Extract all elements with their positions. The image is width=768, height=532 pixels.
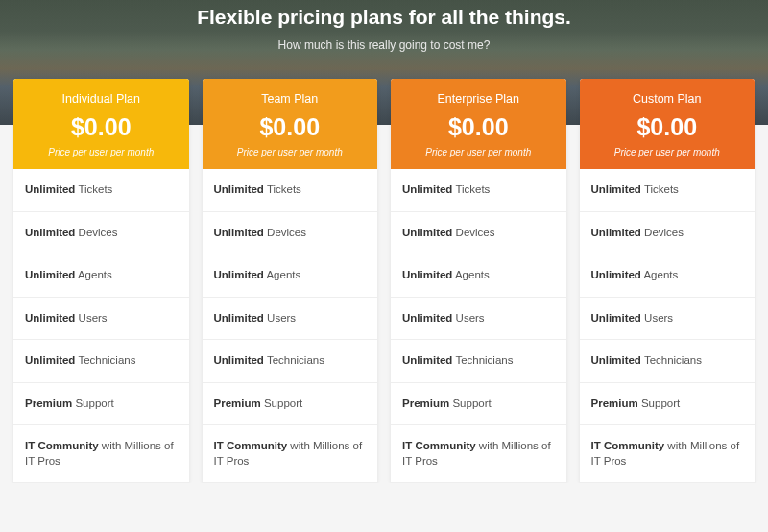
plan-price: $0.00 — [21, 113, 181, 141]
plan-feature-item: Unlimited Users — [203, 298, 378, 341]
feature-rest: Tickets — [75, 183, 112, 195]
feature-rest: Agents — [641, 269, 678, 280]
plan-name: Enterprise Plan — [398, 92, 559, 106]
feature-rest: Agents — [452, 269, 489, 280]
plan-feature-item: Unlimited Agents — [391, 254, 566, 298]
plan-feature-item: Unlimited Agents — [580, 254, 756, 298]
plan-header: Custom Plan$0.00Price per user per month — [580, 79, 756, 169]
feature-rest: Agents — [75, 269, 111, 280]
plan-feature-item: IT Community with Millions of IT Pros — [13, 425, 189, 483]
feature-strong: Unlimited — [214, 227, 264, 238]
feature-strong: Premium — [402, 398, 449, 409]
pricing-plan-card[interactable]: Enterprise Plan$0.00Price per user per m… — [391, 79, 566, 483]
plan-feature-item: Unlimited Technicians — [203, 340, 378, 383]
plan-feature-item: Unlimited Technicians — [580, 340, 756, 383]
feature-strong: Unlimited — [25, 227, 75, 238]
feature-rest: Devices — [264, 227, 306, 238]
feature-strong: Unlimited — [214, 312, 264, 324]
plan-feature-item: Unlimited Devices — [203, 212, 378, 255]
feature-strong: IT Community — [25, 440, 99, 451]
pricing-plans-row: Individual Plan$0.00Price per user per m… — [0, 79, 768, 483]
plan-feature-item: Unlimited Devices — [391, 212, 566, 255]
plan-feature-item: Unlimited Devices — [13, 212, 189, 255]
plan-header: Team Plan$0.00Price per user per month — [203, 79, 378, 169]
plan-feature-item: IT Community with Millions of IT Pros — [580, 425, 756, 483]
plan-name: Team Plan — [210, 92, 371, 106]
pricing-plan-card[interactable]: Custom Plan$0.00Price per user per month… — [580, 79, 756, 483]
plan-price: $0.00 — [398, 113, 559, 141]
plan-feature-list: Unlimited TicketsUnlimited DevicesUnlimi… — [203, 169, 378, 483]
feature-rest: Devices — [452, 227, 494, 238]
feature-rest: Tickets — [264, 183, 301, 195]
plan-feature-list: Unlimited TicketsUnlimited DevicesUnlimi… — [580, 169, 756, 483]
plan-feature-list: Unlimited TicketsUnlimited DevicesUnlimi… — [13, 169, 189, 483]
feature-strong: Unlimited — [591, 183, 641, 195]
feature-strong: Unlimited — [214, 269, 264, 280]
feature-rest: Devices — [75, 227, 117, 238]
feature-strong: Unlimited — [402, 227, 452, 238]
feature-rest: Users — [452, 312, 484, 324]
plan-price-note: Price per user per month — [210, 147, 371, 157]
feature-strong: Unlimited — [25, 269, 75, 280]
feature-strong: Premium — [214, 398, 261, 409]
feature-strong: Unlimited — [25, 354, 75, 366]
feature-strong: IT Community — [214, 440, 288, 451]
plan-price-note: Price per user per month — [588, 147, 748, 157]
plan-feature-item: Unlimited Users — [580, 298, 756, 341]
feature-strong: Unlimited — [402, 312, 452, 324]
feature-rest: Support — [449, 398, 491, 409]
feature-rest: Devices — [641, 227, 684, 238]
feature-rest: Technicians — [264, 354, 324, 366]
feature-strong: Unlimited — [591, 354, 641, 366]
plan-feature-item: Premium Support — [203, 383, 378, 426]
pricing-plan-card[interactable]: Team Plan$0.00Price per user per monthUn… — [203, 79, 378, 483]
feature-rest: Support — [72, 398, 113, 409]
plan-feature-item: Unlimited Technicians — [13, 340, 189, 383]
plan-feature-item: Unlimited Tickets — [580, 169, 756, 212]
feature-rest: Users — [75, 312, 107, 324]
plan-feature-item: Unlimited Devices — [580, 212, 756, 255]
pricing-plan-card[interactable]: Individual Plan$0.00Price per user per m… — [13, 79, 189, 483]
feature-rest: Agents — [264, 269, 300, 280]
feature-rest: Users — [264, 312, 296, 324]
feature-strong: Unlimited — [591, 312, 641, 324]
feature-rest: Tickets — [452, 183, 490, 195]
plan-feature-item: Premium Support — [580, 383, 756, 426]
feature-strong: Unlimited — [591, 269, 641, 280]
plan-feature-item: Unlimited Tickets — [203, 169, 378, 212]
plan-price: $0.00 — [210, 113, 371, 141]
plan-price-note: Price per user per month — [398, 147, 559, 157]
feature-strong: Unlimited — [25, 183, 75, 195]
feature-rest: Support — [638, 398, 680, 409]
plan-header: Individual Plan$0.00Price per user per m… — [13, 79, 189, 169]
feature-rest: Support — [261, 398, 302, 409]
plan-feature-item: IT Community with Millions of IT Pros — [391, 425, 566, 483]
plan-feature-item: Unlimited Tickets — [13, 169, 189, 212]
plan-feature-item: IT Community with Millions of IT Pros — [203, 425, 378, 483]
feature-strong: Premium — [25, 398, 72, 409]
feature-strong: IT Community — [591, 440, 665, 451]
feature-rest: Technicians — [75, 354, 135, 366]
feature-rest: Technicians — [641, 354, 702, 366]
plan-price-note: Price per user per month — [21, 147, 181, 157]
feature-rest: Tickets — [641, 183, 679, 195]
plan-feature-item: Unlimited Technicians — [391, 340, 566, 383]
plan-feature-item: Premium Support — [13, 383, 189, 426]
feature-rest: Technicians — [452, 354, 513, 366]
feature-strong: Unlimited — [591, 227, 641, 238]
plan-name: Custom Plan — [588, 92, 748, 106]
plan-header: Enterprise Plan$0.00Price per user per m… — [391, 79, 566, 169]
plan-feature-list: Unlimited TicketsUnlimited DevicesUnlimi… — [391, 169, 566, 483]
plan-feature-item: Unlimited Users — [391, 298, 566, 341]
feature-strong: Unlimited — [402, 354, 452, 366]
feature-strong: IT Community — [402, 440, 476, 451]
feature-strong: Unlimited — [214, 183, 264, 195]
feature-strong: Unlimited — [402, 269, 452, 280]
plan-name: Individual Plan — [21, 92, 181, 106]
page-title: Flexible pricing plans for all the thing… — [0, 6, 768, 29]
feature-strong: Unlimited — [402, 183, 452, 195]
page-subtitle: How much is this really going to cost me… — [0, 38, 768, 52]
plan-price: $0.00 — [588, 113, 748, 141]
feature-strong: Premium — [591, 398, 638, 409]
plan-feature-item: Unlimited Users — [13, 298, 189, 341]
